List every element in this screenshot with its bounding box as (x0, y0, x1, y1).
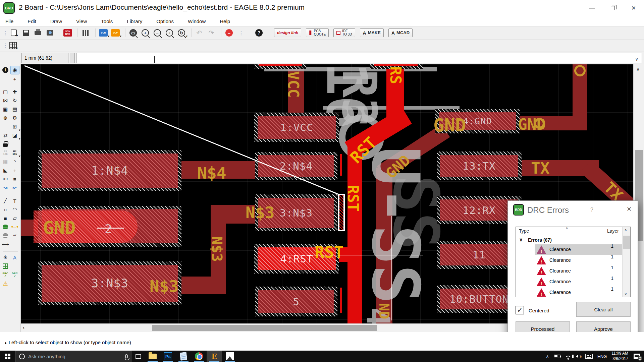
minimize-button[interactable]: — (582, 0, 602, 16)
speaker-icon[interactable] (576, 355, 578, 358)
lock-tool[interactable] (1, 140, 10, 148)
dialog-close-button[interactable]: ✕ (627, 205, 632, 213)
restore-button[interactable] (602, 0, 623, 16)
erc-tool[interactable]: ERC ✓ (1, 270, 10, 279)
cortana-search-box[interactable]: Ask me anything (15, 351, 131, 362)
menu-item[interactable]: Help (220, 18, 230, 24)
action-center-icon[interactable]: 2 (634, 354, 640, 359)
wire-tool[interactable]: ╱ (1, 196, 10, 205)
zoom-in-icon[interactable]: + (140, 28, 150, 37)
taskbar-notepad[interactable] (176, 351, 191, 362)
change-tool[interactable]: ⚙ (10, 114, 19, 122)
route-tool[interactable]: ↝ (1, 183, 10, 192)
clock[interactable]: 11:09 AM 3/6/2017 (611, 351, 628, 361)
language-indicator[interactable]: ENG (597, 354, 607, 359)
hole-tool[interactable] (1, 231, 10, 240)
errors-tool[interactable]: ⚠ (1, 279, 10, 288)
error-list[interactable]: ∧ Type Layer ∨ Errors (67) ! Clearance 1 (516, 227, 631, 297)
column-divider[interactable] (605, 227, 605, 235)
taskbar-eagle[interactable]: E (207, 351, 222, 362)
sort-indicator-icon[interactable]: ∧ (566, 227, 568, 230)
open-board-icon[interactable] (9, 28, 19, 37)
error-row[interactable]: ! Clearance 1 (516, 255, 623, 266)
command-dropdown-icon[interactable]: ∨ (635, 57, 638, 62)
taskbar-file-explorer[interactable] (145, 351, 160, 362)
autorouter-tool[interactable]: A (10, 253, 19, 262)
zoom-redraw-icon[interactable]: ↻ (176, 28, 186, 37)
column-type[interactable]: Type (519, 228, 529, 234)
menu-item[interactable]: Draw (50, 18, 62, 24)
redo-icon[interactable]: ↷ (206, 28, 216, 37)
menu-item[interactable]: Options (156, 18, 174, 24)
clear-all-button[interactable]: Clear all (576, 302, 631, 317)
help-icon[interactable]: ? (254, 28, 264, 37)
command-input[interactable]: ∨ (76, 53, 642, 63)
ulp-icon[interactable]: ULP (110, 28, 120, 37)
tray-chevron-icon[interactable]: ∧ (546, 354, 549, 359)
add-library-tool[interactable]: ⊞ (10, 122, 19, 131)
rotate-tool[interactable]: ↻ (10, 96, 19, 105)
paste-tool[interactable]: ▤ (10, 105, 19, 114)
mirror-tool[interactable]: ⋈ (1, 96, 10, 105)
menu-item[interactable]: File (5, 18, 13, 24)
expand-chevron-icon[interactable]: ∨ (519, 237, 523, 242)
zoom-select-icon[interactable]: ▫ (164, 28, 174, 37)
wifi-icon[interactable] (565, 354, 571, 359)
zoom-out-icon[interactable]: − (152, 28, 162, 37)
microphone-icon[interactable] (125, 354, 128, 358)
grid-settings-icon[interactable] (9, 42, 17, 49)
add-part-tool[interactable] (1, 122, 10, 131)
save-icon[interactable] (21, 28, 31, 37)
pcb-quote-button[interactable]: PCB QUOTE (306, 28, 329, 37)
zoom-fit-icon[interactable]: ▭ (128, 28, 138, 37)
polygon-tool[interactable]: ▱ (10, 214, 19, 223)
signal-tool[interactable]: •–• (10, 223, 19, 231)
undo-icon[interactable]: ↶ (194, 28, 204, 37)
scroll-up-icon[interactable]: ∧ (636, 66, 640, 72)
rect-tool[interactable]: ■ (1, 214, 10, 223)
group-tool[interactable]: ▢ (1, 87, 10, 96)
error-row[interactable]: ! Clearance 1 (516, 287, 623, 297)
value-tool[interactable]: R2 10k (1, 148, 10, 157)
dimension-tool[interactable]: ⟷ (1, 240, 10, 249)
mark-tool[interactable]: + (10, 74, 19, 83)
meander-tool[interactable]: ∪∪ (1, 175, 10, 183)
display-layers-tool[interactable] (1, 74, 10, 83)
scroll-down-icon[interactable]: ∨ (624, 292, 627, 296)
design-link-button[interactable]: design link (274, 28, 301, 37)
smash-tool[interactable]: R2 10k (10, 148, 19, 157)
script-icon[interactable]: SCR (98, 28, 108, 37)
ratsnest-tool[interactable]: ✳ (1, 253, 10, 262)
array-tool[interactable]: ▦ (1, 157, 10, 166)
menu-item[interactable]: Tools (101, 18, 113, 24)
export-image-icon[interactable] (45, 28, 55, 37)
split-tool[interactable]: + (10, 166, 19, 175)
menu-item[interactable]: Edit (28, 18, 36, 24)
more-icon[interactable]: ⋮ (236, 28, 246, 37)
menu-item[interactable]: View (76, 18, 87, 24)
polygon-fill-tool[interactable] (1, 262, 10, 270)
error-row[interactable]: ! Clearance 1 (516, 277, 623, 287)
taskbar-chrome[interactable] (191, 351, 207, 362)
delete-tool[interactable]: ⊗ (1, 114, 10, 122)
info-tool[interactable]: i (1, 66, 10, 74)
show-tool[interactable]: ◉ (10, 66, 19, 74)
ripup-tool[interactable]: ↜ (10, 183, 19, 192)
touch-keyboard-icon[interactable] (585, 354, 593, 359)
move-tool[interactable]: ✚ (10, 87, 19, 96)
error-group-row[interactable]: ∨ Errors (67) (516, 236, 623, 244)
scroll-up-icon[interactable]: ∧ (624, 228, 627, 232)
battery-icon[interactable] (554, 355, 560, 358)
print-icon[interactable] (33, 28, 43, 37)
corner-tool[interactable]: ◣ (1, 166, 10, 175)
horizontal-scroll-thumb[interactable] (152, 325, 377, 331)
scroll-left-icon[interactable]: ‹ (23, 324, 24, 330)
dialog-help-button[interactable]: ? (590, 207, 593, 213)
miter-tool[interactable]: ◝ (10, 157, 19, 166)
idf-to-3d-button[interactable]: IDF TO 3D (333, 28, 355, 37)
taskbar-photoshop[interactable]: Ps (160, 351, 176, 362)
error-row[interactable]: ! Clearance 1 (516, 244, 623, 255)
task-view-button[interactable] (131, 351, 145, 362)
circle-tool[interactable]: ○ (1, 205, 10, 214)
make-button[interactable]: AMAKE (360, 28, 384, 37)
